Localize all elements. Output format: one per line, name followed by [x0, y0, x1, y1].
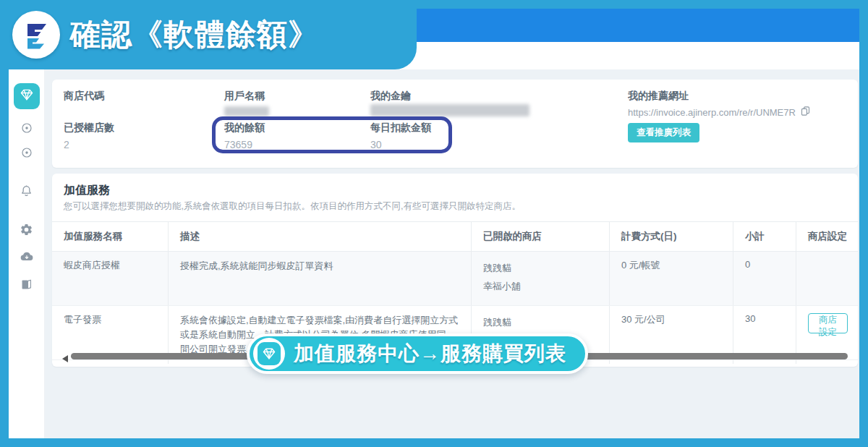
copy-icon[interactable] — [800, 106, 811, 119]
bell-icon — [20, 184, 33, 200]
balance-label: 我的餘額 — [224, 122, 265, 135]
store-code-label: 商店代碼 — [64, 90, 104, 103]
service-description: 授權完成,系統就能同步蝦皮訂單資料 — [169, 252, 472, 305]
col-header-store-settings: 商店設定 — [796, 222, 858, 252]
daily-deduction-label: 每日扣款金額 — [370, 122, 431, 135]
pill-badge — [253, 338, 285, 370]
sidebar-item-target-1[interactable] — [20, 122, 34, 137]
col-header-billing: 計費方式(日) — [610, 222, 733, 252]
col-header-subtotal: 小計 — [733, 222, 796, 252]
my-key-label: 我的金鑰 — [370, 90, 411, 103]
store-name: 跩跩貓 — [483, 313, 599, 331]
col-header-service-name: 加值服務名稱 — [52, 222, 169, 252]
account-info-card: 商店代碼 用戶名稱 我的金鑰 我的推薦網址 https://invoice.aj… — [52, 80, 858, 168]
balance-value: 73659 — [224, 139, 265, 150]
col-header-opened-stores: 已開啟的商店 — [472, 222, 610, 252]
services-title: 加值服務 — [64, 183, 846, 198]
referral-url-label: 我的推薦網址 — [628, 90, 689, 103]
view-promotion-list-button[interactable]: 查看推廣列表 — [628, 123, 699, 142]
book-icon — [20, 278, 33, 294]
opened-stores: 跩跩貓 幸福小舖 — [472, 252, 610, 305]
username-label: 用戶名稱 — [224, 90, 265, 103]
sidebar-item-manual[interactable] — [20, 278, 34, 293]
my-key-value-redacted — [370, 104, 529, 116]
referral-url[interactable]: https://invoice.ajinerp.com/re/r/UNME7R — [628, 107, 796, 118]
banner-title: 確認《軟體餘額》 — [70, 14, 319, 55]
table-header-row: 加值服務名稱 描述 已開啟的商店 計費方式(日) 小計 商店設定 — [52, 222, 858, 252]
sidebar-item-target-2[interactable] — [20, 147, 34, 161]
store-name: 幸福小舖 — [483, 277, 599, 295]
scroll-left-arrow-icon[interactable] — [62, 352, 68, 359]
subtotal: 0 — [733, 252, 796, 305]
cloud-download-icon — [20, 250, 34, 267]
annotation-banner: 確認《軟體餘額》 — [0, 0, 417, 69]
gem-icon — [20, 88, 34, 105]
service-name: 蝦皮商店授權 — [52, 252, 169, 305]
target-icon — [20, 122, 33, 137]
store-settings-cell — [796, 252, 858, 305]
sidebar-item-notifications[interactable] — [20, 184, 34, 199]
gem-icon — [258, 342, 281, 365]
billing-method: 0 元/帳號 — [610, 252, 733, 305]
table-row: 蝦皮商店授權 授權完成,系統就能同步蝦皮訂單資料 跩跩貓 幸福小舖 0 元/帳號… — [52, 252, 858, 306]
authorized-stores-value: 2 — [64, 139, 114, 150]
gear-icon — [20, 223, 33, 239]
pill-label: 加值服務中心→服務購買列表 — [294, 340, 566, 367]
daily-deduction-value: 30 — [370, 139, 431, 150]
services-subtitle: 您可以選擇您想要開啟的功能,系統會依選取的項目每日扣款。依項目的作用方式不同,有… — [64, 200, 846, 213]
store-name: 跩跩貓 — [483, 259, 599, 277]
col-header-description: 描述 — [169, 222, 472, 252]
sidebar-item-cloud-backup[interactable] — [20, 251, 34, 265]
authorized-stores-label: 已授權店數 — [64, 122, 114, 135]
annotation-pill: 加值服務中心→服務購買列表 — [247, 333, 588, 374]
sidebar-item-settings[interactable] — [20, 224, 34, 238]
ajinerp-logo-icon — [12, 11, 60, 59]
sidebar-item-value-added-services[interactable] — [14, 83, 40, 109]
store-settings-button[interactable]: 商店設定 — [808, 313, 848, 333]
sidebar — [9, 42, 45, 438]
username-value-redacted — [224, 106, 269, 116]
screenshot-root: 商店代碼 用戶名稱 我的金鑰 我的推薦網址 https://invoice.aj… — [0, 0, 868, 447]
target-icon — [20, 146, 33, 162]
